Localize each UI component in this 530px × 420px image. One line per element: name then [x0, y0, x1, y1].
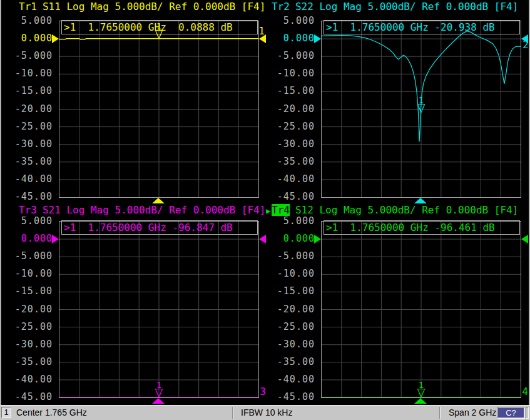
y-tick-label: 0.000 — [0, 232, 53, 245]
y-tick-label: -40.00 — [263, 373, 315, 386]
svg-text:1: 1 — [419, 380, 424, 390]
marker-stimulus-indicator-icon — [414, 198, 427, 203]
trace-label[interactable]: Tr1 — [19, 1, 37, 13]
trace-plot: 1 — [59, 21, 258, 197]
trace-plot: 1 — [322, 21, 521, 197]
y-tick-label: -15.00 — [0, 285, 53, 297]
y-tick-label: -20.00 — [263, 103, 315, 115]
ref-level-indicator-right-icon — [259, 34, 266, 43]
y-tick-label: -35.00 — [263, 356, 315, 368]
marker-stimulus-indicator-icon — [152, 398, 165, 404]
trace-header[interactable]: ▶Tr1S11 Log Mag 5.000dB/ Ref 0.000dB [F4… — [13, 1, 265, 14]
y-tick-label: -30.00 — [0, 338, 53, 351]
trace-plot: 1 — [322, 222, 521, 397]
y-tick-label: -25.00 — [0, 120, 53, 133]
y-tick-label: -15.00 — [263, 285, 315, 297]
trace-panel-3: ▶Tr3S21 Log Mag 5.000dB/ Ref 0.000dB [F4… — [0, 203, 265, 405]
y-tick-label: -15.00 — [263, 85, 315, 97]
grid-lines — [322, 222, 521, 397]
span-label[interactable]: Span 2 GHz — [449, 406, 496, 420]
grid-lines — [59, 21, 258, 197]
y-tick-label: 5.000 — [263, 215, 315, 227]
trace-plot: 1 — [59, 222, 258, 397]
y-tick-label: -40.00 — [0, 173, 53, 185]
y-tick-label: -35.00 — [0, 356, 53, 368]
y-tick-label: -35.00 — [0, 155, 53, 168]
y-tick-label: -25.00 — [263, 120, 315, 133]
status-separator — [232, 407, 233, 419]
status-separator — [439, 407, 441, 419]
ref-level-indicator-left-icon — [52, 34, 59, 43]
marker-readout: >1 1.7650000 GHz 0.0888 dB — [61, 20, 258, 34]
y-tick-label: -5.000 — [0, 250, 53, 262]
ref-level-indicator-right-icon — [259, 235, 266, 243]
vna-screen: ▶Tr1S11 Log Mag 5.000dB/ Ref 0.000dB [F4… — [0, 0, 530, 420]
y-tick-label: -45.00 — [263, 391, 315, 403]
marker-readout: >1 1.7650000 GHz -96.847 dB — [61, 220, 258, 235]
y-tick-label: 5.000 — [263, 14, 315, 27]
plot-grid: >1 1.7650000 GHz -96.461 dB 1 4 — [321, 221, 521, 398]
y-tick-label: -10.00 — [0, 267, 53, 280]
y-tick-label: 5.000 — [0, 215, 53, 227]
y-tick-label: 0.000 — [0, 32, 53, 44]
y-tick-label: -10.00 — [0, 67, 53, 79]
ref-level-indicator-left-icon — [52, 235, 59, 243]
y-tick-label: -40.00 — [263, 173, 315, 185]
ref-level-indicator-left-icon — [314, 34, 321, 43]
channel-number: 4 — [522, 387, 528, 397]
trace-header[interactable]: ▶Tr2S22 Log Mag 5.000dB/ Ref 0.000dB [F4… — [266, 1, 518, 14]
cal-badge-cell: C? — [497, 407, 525, 419]
y-tick-label: -5.000 — [0, 49, 53, 62]
y-tick-label: -20.00 — [0, 303, 53, 315]
y-tick-label: -15.00 — [0, 85, 53, 97]
grid-lines — [322, 21, 521, 197]
y-tick-label: -10.00 — [263, 267, 315, 280]
trace-params: S22 Log Mag 5.000dB/ Ref 0.000dB [F4] — [295, 1, 518, 13]
status-end-cell — [526, 407, 529, 419]
ifbw-label[interactable]: IFBW 10 kHz — [241, 406, 292, 420]
status-bar: 1 Center 1.765 GHz IFBW 10 kHz Span 2 GH… — [0, 405, 530, 420]
y-tick-label: -20.00 — [0, 103, 53, 115]
y-tick-label: -5.000 — [263, 49, 315, 62]
y-tick-label: -45.00 — [0, 391, 53, 403]
y-tick-label: -20.00 — [263, 303, 315, 315]
marker-stimulus-indicator-icon — [414, 398, 427, 404]
ref-level-indicator-right-icon — [521, 34, 528, 43]
y-tick-label: -10.00 — [263, 67, 315, 79]
trace-panel-2: ▶Tr2S22 Log Mag 5.000dB/ Ref 0.000dB [F4… — [265, 0, 530, 203]
y-tick-label: 0.000 — [263, 232, 315, 245]
trace-params: S12 Log Mag 5.000dB/ Ref 0.000dB [F4] — [295, 204, 518, 216]
y-tick-label: -25.00 — [263, 320, 315, 333]
y-tick-label: -25.00 — [0, 320, 53, 333]
ref-level-indicator-left-icon — [314, 235, 321, 243]
y-tick-label: 5.000 — [0, 14, 53, 27]
cal-badge[interactable]: C? — [498, 408, 524, 417]
channel-number: 3 — [260, 387, 266, 397]
trace-label[interactable]: Tr2 — [272, 1, 290, 13]
plot-grid: >1 1.7650000 GHz -96.847 dB 1 3 — [59, 221, 259, 398]
channel-indicator-box[interactable]: 1 — [1, 407, 11, 418]
y-tick-label: -30.00 — [0, 138, 53, 150]
y-tick-label: -40.00 — [0, 373, 53, 386]
trace-params: S11 Log Mag 5.000dB/ Ref 0.000dB [F4] — [43, 1, 265, 13]
y-tick-label: -5.000 — [263, 250, 315, 262]
marker-readout: >1 1.7650000 GHz -20.938 dB — [324, 20, 520, 34]
grid-lines — [59, 222, 258, 397]
y-tick-label: -45.00 — [0, 190, 53, 203]
y-tick-label: -35.00 — [263, 155, 315, 168]
marker-readout: >1 1.7650000 GHz -96.461 dB — [324, 220, 520, 235]
y-tick-label: -45.00 — [263, 190, 315, 203]
trace-panel-1: ▶Tr1S11 Log Mag 5.000dB/ Ref 0.000dB [F4… — [0, 0, 265, 203]
y-tick-label: -30.00 — [263, 338, 315, 351]
svg-text:1: 1 — [419, 95, 424, 105]
svg-text:1: 1 — [156, 380, 161, 390]
trace-panel-4: ▶Tr4S12 Log Mag 5.000dB/ Ref 0.000dB [F4… — [265, 203, 530, 405]
ref-level-indicator-right-icon — [521, 235, 528, 243]
plot-grid: >1 1.7650000 GHz 0.0888 dB 1 1 — [59, 21, 259, 198]
center-frequency-label[interactable]: Center 1.765 GHz — [16, 406, 87, 420]
marker-stimulus-indicator-icon — [152, 198, 165, 203]
y-tick-label: 0.000 — [263, 32, 315, 44]
y-tick-label: -30.00 — [263, 138, 315, 150]
plot-grid: >1 1.7650000 GHz -20.938 dB 1 2 — [321, 21, 521, 198]
trace-params: S21 Log Mag 5.000dB/ Ref 0.000dB [F4] — [43, 204, 265, 216]
